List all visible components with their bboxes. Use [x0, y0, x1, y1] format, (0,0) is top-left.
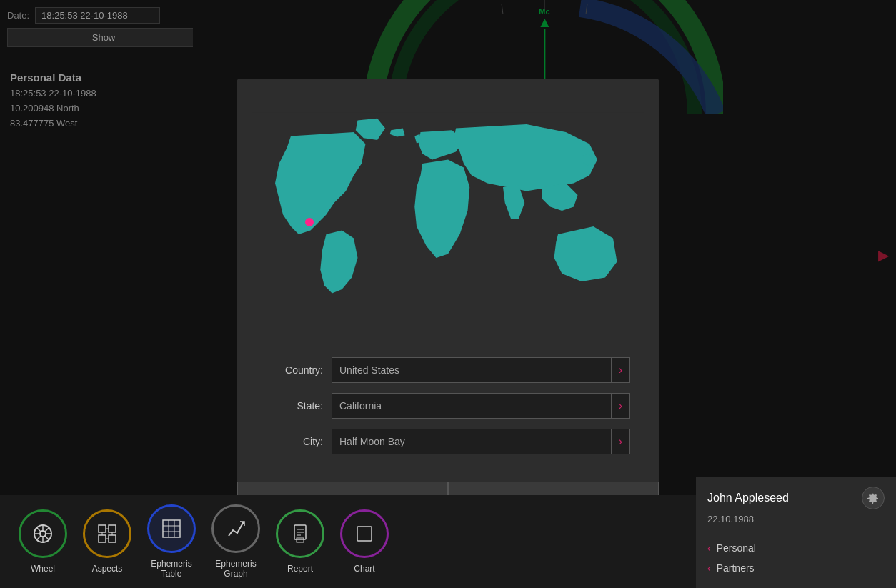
ephemeris-graph-icon: [211, 504, 260, 553]
location-dot: [305, 218, 314, 226]
aspects-icon: [83, 509, 131, 558]
country-arrow-button[interactable]: ›: [611, 358, 629, 382]
user-card: John Appleseed 22.10.1988 ‹ Personal ‹ P…: [696, 477, 896, 588]
user-date: 22.10.1988: [707, 514, 885, 524]
personal-arrow-icon: ‹: [707, 542, 711, 554]
chart-icon: [340, 509, 389, 558]
city-label: City:: [266, 436, 323, 447]
user-card-header: John Appleseed: [707, 487, 885, 509]
ephemeris-graph-svg-icon: [224, 517, 247, 540]
gear-icon: [867, 492, 879, 504]
wheel-icon: [19, 509, 67, 558]
svg-rect-34: [297, 538, 304, 542]
chart-svg-icon: [353, 522, 376, 545]
svg-rect-16: [99, 535, 106, 542]
svg-rect-14: [99, 525, 106, 532]
user-divider: [707, 532, 885, 532]
state-input[interactable]: [332, 400, 611, 412]
city-input[interactable]: [332, 436, 611, 447]
state-arrow-button[interactable]: ›: [611, 394, 629, 418]
svg-line-12: [45, 528, 49, 532]
nav-item-report[interactable]: Report: [272, 509, 329, 574]
country-label: Country:: [266, 364, 323, 376]
country-input-wrapper: ›: [332, 357, 630, 383]
location-modal: Country: › State: › City: ›: [237, 79, 659, 518]
location-form: Country: › State: › City: ›: [237, 343, 659, 482]
nav-item-ephemeris-table[interactable]: EphemerisTable: [143, 504, 200, 579]
map-area: [237, 79, 659, 343]
svg-rect-22: [163, 520, 180, 537]
nav-item-aspects[interactable]: Aspects: [79, 509, 136, 574]
state-label: State:: [266, 400, 323, 412]
wheel-svg-icon: [31, 522, 54, 545]
city-row: City: ›: [266, 429, 630, 454]
ephemeris-table-label: EphemerisTable: [151, 559, 191, 579]
svg-line-13: [37, 536, 41, 540]
ephemeris-graph-label: EphemerisGraph: [215, 559, 256, 579]
aspects-svg-icon: [96, 522, 119, 545]
user-nav-partners[interactable]: ‹ Partners: [707, 558, 885, 578]
partners-arrow-icon: ‹: [707, 562, 711, 574]
chart-label: Chart: [354, 564, 374, 574]
partners-label: Partners: [717, 562, 755, 574]
report-svg-icon: [289, 522, 312, 545]
world-map-svg: [252, 100, 644, 322]
svg-rect-15: [109, 525, 116, 532]
svg-point-5: [40, 531, 46, 537]
city-input-wrapper: ›: [332, 429, 630, 454]
state-input-wrapper: ›: [332, 393, 630, 419]
city-arrow-button[interactable]: ›: [611, 429, 629, 454]
svg-rect-35: [357, 527, 372, 541]
country-input[interactable]: [332, 364, 611, 376]
aspects-label: Aspects: [92, 564, 123, 574]
user-nav-personal[interactable]: ‹ Personal: [707, 538, 885, 558]
country-row: Country: ›: [266, 357, 630, 383]
ephemeris-table-icon: [147, 504, 196, 553]
settings-button[interactable]: [862, 487, 885, 509]
svg-rect-17: [109, 535, 116, 542]
nav-item-ephemeris-graph[interactable]: EphemerisGraph: [207, 504, 264, 579]
report-label: Report: [287, 564, 313, 574]
personal-label: Personal: [717, 542, 756, 554]
nav-item-wheel[interactable]: Wheel: [14, 509, 71, 574]
wheel-label: Wheel: [31, 564, 55, 574]
state-row: State: ›: [266, 393, 630, 419]
svg-line-11: [45, 536, 49, 540]
user-name: John Appleseed: [707, 492, 789, 504]
ephemeris-table-svg-icon: [160, 517, 183, 540]
report-icon: [276, 509, 324, 558]
nav-item-chart[interactable]: Chart: [336, 509, 393, 574]
svg-line-10: [37, 528, 41, 532]
